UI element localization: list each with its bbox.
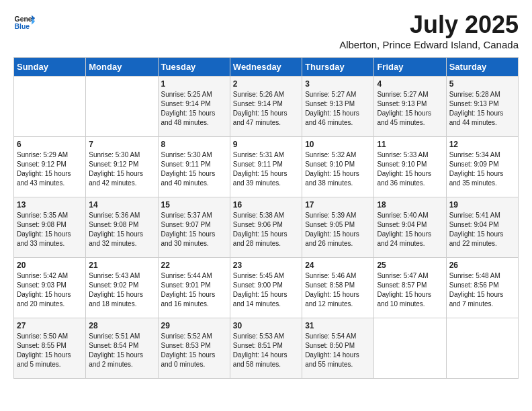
cell-2-3: 16Sunrise: 5:38 AMSunset: 9:06 PMDayligh… xyxy=(230,197,302,258)
day-number: 7 xyxy=(89,140,154,149)
cell-3-2: 22Sunrise: 5:44 AMSunset: 9:01 PMDayligh… xyxy=(158,258,230,318)
cell-4-5 xyxy=(374,318,446,379)
cell-2-2: 15Sunrise: 5:37 AMSunset: 9:07 PMDayligh… xyxy=(158,197,230,258)
day-info: Sunrise: 5:27 AMSunset: 9:13 PMDaylight:… xyxy=(305,90,371,128)
cell-0-0 xyxy=(14,77,86,137)
cell-0-3: 2Sunrise: 5:26 AMSunset: 9:14 PMDaylight… xyxy=(230,77,302,137)
day-info: Sunrise: 5:35 AMSunset: 9:08 PMDaylight:… xyxy=(17,211,83,248)
header-saturday: Saturday xyxy=(446,58,518,77)
logo: General Blue xyxy=(13,11,35,32)
day-number: 1 xyxy=(161,79,227,89)
cell-2-1: 14Sunrise: 5:36 AMSunset: 9:08 PMDayligh… xyxy=(86,197,158,258)
svg-text:Blue: Blue xyxy=(15,23,30,30)
day-info: Sunrise: 5:44 AMSunset: 9:01 PMDaylight:… xyxy=(161,271,227,309)
header-monday: Monday xyxy=(86,58,158,77)
day-info: Sunrise: 5:53 AMSunset: 8:51 PMDaylight:… xyxy=(233,332,299,369)
day-info: Sunrise: 5:34 AMSunset: 9:09 PMDaylight:… xyxy=(449,150,515,188)
day-info: Sunrise: 5:30 AMSunset: 9:11 PMDaylight:… xyxy=(161,150,227,188)
header-friday: Friday xyxy=(374,58,446,77)
cell-0-2: 1Sunrise: 5:25 AMSunset: 9:14 PMDaylight… xyxy=(158,77,230,137)
week-row-5: 27Sunrise: 5:50 AMSunset: 8:55 PMDayligh… xyxy=(14,318,519,379)
day-info: Sunrise: 5:26 AMSunset: 9:14 PMDaylight:… xyxy=(233,90,299,128)
day-info: Sunrise: 5:31 AMSunset: 9:11 PMDaylight:… xyxy=(233,150,299,188)
cell-3-6: 26Sunrise: 5:48 AMSunset: 8:56 PMDayligh… xyxy=(446,258,518,318)
day-number: 29 xyxy=(161,321,227,330)
cell-4-4: 31Sunrise: 5:54 AMSunset: 8:50 PMDayligh… xyxy=(302,318,374,379)
week-row-2: 6Sunrise: 5:29 AMSunset: 9:12 PMDaylight… xyxy=(14,137,519,197)
day-info: Sunrise: 5:52 AMSunset: 8:53 PMDaylight:… xyxy=(161,332,227,369)
day-number: 20 xyxy=(17,261,83,270)
day-info: Sunrise: 5:47 AMSunset: 8:57 PMDaylight:… xyxy=(377,271,443,309)
day-info: Sunrise: 5:25 AMSunset: 9:14 PMDaylight:… xyxy=(161,90,227,128)
day-info: Sunrise: 5:37 AMSunset: 9:07 PMDaylight:… xyxy=(161,211,227,248)
weekday-header-row: Sunday Monday Tuesday Wednesday Thursday… xyxy=(14,58,519,77)
cell-4-0: 27Sunrise: 5:50 AMSunset: 8:55 PMDayligh… xyxy=(14,318,86,379)
day-number: 11 xyxy=(377,140,443,149)
cell-4-1: 28Sunrise: 5:51 AMSunset: 8:54 PMDayligh… xyxy=(86,318,158,379)
day-info: Sunrise: 5:32 AMSunset: 9:10 PMDaylight:… xyxy=(305,150,371,188)
cell-1-3: 9Sunrise: 5:31 AMSunset: 9:11 PMDaylight… xyxy=(230,137,302,197)
calendar-title: July 2025 xyxy=(339,11,519,39)
day-number: 2 xyxy=(233,79,299,89)
cell-3-3: 23Sunrise: 5:45 AMSunset: 9:00 PMDayligh… xyxy=(230,258,302,318)
day-info: Sunrise: 5:29 AMSunset: 9:12 PMDaylight:… xyxy=(17,150,83,188)
cell-0-1 xyxy=(86,77,158,137)
calendar-table: Sunday Monday Tuesday Wednesday Thursday… xyxy=(13,57,519,379)
day-info: Sunrise: 5:54 AMSunset: 8:50 PMDaylight:… xyxy=(305,332,371,369)
day-number: 6 xyxy=(17,140,83,149)
cell-1-4: 10Sunrise: 5:32 AMSunset: 9:10 PMDayligh… xyxy=(302,137,374,197)
day-number: 14 xyxy=(89,200,154,210)
cell-4-6 xyxy=(446,318,518,379)
day-info: Sunrise: 5:33 AMSunset: 9:10 PMDaylight:… xyxy=(377,150,443,188)
day-number: 26 xyxy=(449,261,515,270)
cell-0-5: 4Sunrise: 5:27 AMSunset: 9:13 PMDaylight… xyxy=(374,77,446,137)
day-number: 4 xyxy=(377,79,443,89)
day-number: 5 xyxy=(449,79,515,89)
logo-icon: General Blue xyxy=(13,11,35,32)
header-wednesday: Wednesday xyxy=(230,58,302,77)
cell-0-6: 5Sunrise: 5:28 AMSunset: 9:13 PMDaylight… xyxy=(446,77,518,137)
day-info: Sunrise: 5:50 AMSunset: 8:55 PMDaylight:… xyxy=(17,332,83,369)
day-number: 8 xyxy=(161,140,227,149)
day-info: Sunrise: 5:30 AMSunset: 9:12 PMDaylight:… xyxy=(89,150,154,188)
day-number: 25 xyxy=(377,261,443,270)
cell-3-0: 20Sunrise: 5:42 AMSunset: 9:03 PMDayligh… xyxy=(14,258,86,318)
day-number: 22 xyxy=(161,261,227,270)
day-number: 19 xyxy=(449,200,515,210)
day-number: 23 xyxy=(233,261,299,270)
day-info: Sunrise: 5:42 AMSunset: 9:03 PMDaylight:… xyxy=(17,271,83,309)
day-number: 27 xyxy=(17,321,83,330)
day-info: Sunrise: 5:43 AMSunset: 9:02 PMDaylight:… xyxy=(89,271,154,309)
cell-1-1: 7Sunrise: 5:30 AMSunset: 9:12 PMDaylight… xyxy=(86,137,158,197)
title-block: July 2025 Alberton, Prince Edward Island… xyxy=(339,11,519,50)
cell-2-4: 17Sunrise: 5:39 AMSunset: 9:05 PMDayligh… xyxy=(302,197,374,258)
week-row-3: 13Sunrise: 5:35 AMSunset: 9:08 PMDayligh… xyxy=(14,197,519,258)
day-info: Sunrise: 5:45 AMSunset: 9:00 PMDaylight:… xyxy=(233,271,299,309)
cell-0-4: 3Sunrise: 5:27 AMSunset: 9:13 PMDaylight… xyxy=(302,77,374,137)
day-number: 9 xyxy=(233,140,299,149)
cell-1-2: 8Sunrise: 5:30 AMSunset: 9:11 PMDaylight… xyxy=(158,137,230,197)
day-info: Sunrise: 5:38 AMSunset: 9:06 PMDaylight:… xyxy=(233,211,299,248)
day-info: Sunrise: 5:28 AMSunset: 9:13 PMDaylight:… xyxy=(449,90,515,128)
day-number: 13 xyxy=(17,200,83,210)
day-info: Sunrise: 5:36 AMSunset: 9:08 PMDaylight:… xyxy=(89,211,154,248)
day-number: 24 xyxy=(305,261,371,270)
cell-4-2: 29Sunrise: 5:52 AMSunset: 8:53 PMDayligh… xyxy=(158,318,230,379)
day-number: 3 xyxy=(305,79,371,89)
cell-4-3: 30Sunrise: 5:53 AMSunset: 8:51 PMDayligh… xyxy=(230,318,302,379)
day-number: 12 xyxy=(449,140,515,149)
cell-2-0: 13Sunrise: 5:35 AMSunset: 9:08 PMDayligh… xyxy=(14,197,86,258)
cell-1-0: 6Sunrise: 5:29 AMSunset: 9:12 PMDaylight… xyxy=(14,137,86,197)
week-row-4: 20Sunrise: 5:42 AMSunset: 9:03 PMDayligh… xyxy=(14,258,519,318)
header-thursday: Thursday xyxy=(302,58,374,77)
day-info: Sunrise: 5:51 AMSunset: 8:54 PMDaylight:… xyxy=(89,332,154,369)
day-number: 16 xyxy=(233,200,299,210)
day-number: 18 xyxy=(377,200,443,210)
page-header: General Blue July 2025 Alberton, Prince … xyxy=(13,11,519,50)
cell-2-6: 19Sunrise: 5:41 AMSunset: 9:04 PMDayligh… xyxy=(446,197,518,258)
cell-3-4: 24Sunrise: 5:46 AMSunset: 8:58 PMDayligh… xyxy=(302,258,374,318)
day-info: Sunrise: 5:41 AMSunset: 9:04 PMDaylight:… xyxy=(449,211,515,248)
day-number: 10 xyxy=(305,140,371,149)
day-number: 17 xyxy=(305,200,371,210)
day-number: 31 xyxy=(305,321,371,330)
